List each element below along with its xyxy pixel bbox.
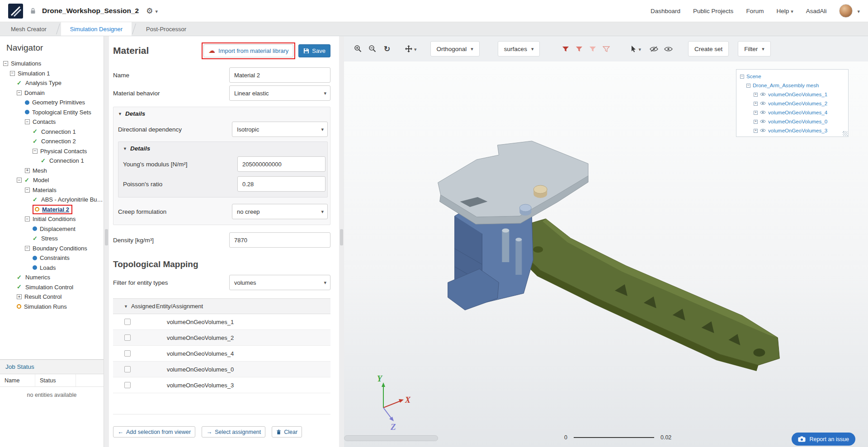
resize-grip[interactable] xyxy=(843,131,848,136)
nav-item-contacts[interactable]: Contacts xyxy=(0,117,104,127)
assign-checkbox[interactable] xyxy=(124,382,131,388)
scene-tree-root[interactable]: Scene xyxy=(740,72,848,81)
tab-simulation-designer[interactable]: Simulation Designer xyxy=(61,22,132,36)
nav-item-topological-entity-sets[interactable]: Topological Entity Sets xyxy=(0,108,104,118)
scene-tree-volume[interactable]: volumeOnGeoVolumes_1 xyxy=(740,90,848,99)
nav-item-material-2[interactable]: Material 2 xyxy=(0,205,104,215)
collapse-icon[interactable] xyxy=(25,246,30,251)
expand-icon[interactable] xyxy=(754,129,758,133)
geometry-filter-icon-2[interactable] xyxy=(573,43,585,55)
directional-dependency-select[interactable]: Isotropic xyxy=(232,122,328,137)
poisson-ratio-field[interactable] xyxy=(237,176,326,192)
nav-item-connection-2[interactable]: Connection 2 xyxy=(0,136,104,146)
user-avatar[interactable] xyxy=(839,4,853,18)
nav-item-initial-conditions[interactable]: Initial Conditions xyxy=(0,214,104,224)
save-button[interactable]: Save xyxy=(298,44,330,57)
assign-checkbox[interactable] xyxy=(124,319,131,325)
name-field[interactable] xyxy=(229,67,330,83)
table-row[interactable]: volumeOnGeoVolumes_4 xyxy=(113,346,330,362)
density-field[interactable] xyxy=(229,232,330,248)
assign-checkbox[interactable] xyxy=(124,334,131,341)
collapse-icon[interactable] xyxy=(25,216,30,221)
show-icon[interactable] xyxy=(663,43,675,55)
material-behavior-select[interactable]: Linear elastic xyxy=(229,85,330,101)
nav-item-analysis-type[interactable]: Analysis Type xyxy=(0,78,104,88)
eye-icon[interactable] xyxy=(760,110,766,115)
nav-dashboard-link[interactable]: Dashboard xyxy=(651,8,680,14)
expand-icon[interactable] xyxy=(25,168,30,173)
nav-item-numerics[interactable]: Numerics xyxy=(0,273,104,282)
nav-item-model[interactable]: Model xyxy=(0,175,104,185)
scene-tree-volume[interactable]: volumeOnGeoVolumes_2 xyxy=(740,99,848,108)
tab-mesh-creator[interactable]: Mesh Creator xyxy=(2,22,56,36)
green-arm-part[interactable] xyxy=(516,219,779,371)
viewer-3d[interactable]: Orthogonal surfaces Create set Filter Sc… xyxy=(344,36,868,447)
chevron-down-icon[interactable] xyxy=(857,8,860,14)
nav-public-projects-link[interactable]: Public Projects xyxy=(693,8,733,14)
nav-item-boundary-conditions[interactable]: Boundary Conditions xyxy=(0,244,104,254)
nav-item-abs-material[interactable]: ABS - Acrylonitrile Buta... xyxy=(0,195,104,205)
project-settings-button[interactable] xyxy=(146,6,158,16)
scene-tree-volume[interactable]: volumeOnGeoVolumes_3 xyxy=(740,126,848,135)
clear-button[interactable]: Clear xyxy=(272,426,302,438)
nav-item-displacement[interactable]: Displacement xyxy=(0,224,104,234)
app-logo-icon[interactable] xyxy=(8,4,23,19)
scene-tree-volume[interactable]: volumeOnGeoVolumes_4 xyxy=(740,108,848,117)
assigned-column-header[interactable]: Assigned xyxy=(113,303,156,310)
collapse-icon[interactable] xyxy=(17,178,22,183)
nav-item-constraints[interactable]: Constraints xyxy=(0,253,104,263)
table-row[interactable]: volumeOnGeoVolumes_0 xyxy=(113,362,330,377)
gray-plate-part[interactable] xyxy=(438,141,588,224)
nav-item-mesh[interactable]: Mesh xyxy=(0,166,104,176)
nav-item-physical-contacts[interactable]: Physical Contacts xyxy=(0,146,104,156)
pan-tool-button[interactable] xyxy=(405,45,417,53)
report-issue-button[interactable]: Report an issue xyxy=(792,433,855,446)
collapse-icon[interactable] xyxy=(10,71,15,76)
geometry-filter-icon-1[interactable] xyxy=(560,43,571,55)
collapse-icon[interactable] xyxy=(17,90,22,95)
nav-item-connection-1[interactable]: Connection 1 xyxy=(0,127,104,137)
collapse-icon[interactable] xyxy=(3,61,8,66)
table-row[interactable]: volumeOnGeoVolumes_2 xyxy=(113,330,330,346)
entity-filter-select[interactable]: volumes xyxy=(229,275,330,290)
eye-icon[interactable] xyxy=(760,128,766,133)
create-set-button[interactable]: Create set xyxy=(688,41,729,56)
youngs-modulus-field[interactable] xyxy=(237,156,326,172)
select-assignment-button[interactable]: Select assignment xyxy=(202,426,265,438)
nav-forum-link[interactable]: Forum xyxy=(746,8,764,14)
zoom-out-icon[interactable] xyxy=(367,43,378,55)
zoom-in-icon[interactable] xyxy=(352,43,364,55)
assign-checkbox[interactable] xyxy=(124,366,131,372)
tab-post-processor[interactable]: Post-Processor xyxy=(137,22,195,36)
hide-icon[interactable] xyxy=(648,43,660,55)
drag-grip[interactable] xyxy=(105,229,108,245)
assign-checkbox[interactable] xyxy=(124,350,131,357)
collapse-icon[interactable] xyxy=(746,84,750,88)
refresh-view-icon[interactable] xyxy=(381,43,393,55)
scene-tree-mesh[interactable]: Drone_Arm_Assembly mesh xyxy=(740,81,848,90)
nav-item-stress[interactable]: Stress xyxy=(0,234,104,244)
nav-item-simulations[interactable]: Simulations xyxy=(0,59,104,69)
nav-item-physical-connection-1[interactable]: Connection 1 xyxy=(0,156,104,166)
table-row[interactable]: volumeOnGeoVolumes_1 xyxy=(113,314,330,330)
nav-item-loads[interactable]: Loads xyxy=(0,263,104,273)
render-mode-button[interactable]: surfaces xyxy=(498,41,540,56)
geometry-filter-icon-3[interactable] xyxy=(587,43,599,55)
nav-item-simulation-control[interactable]: Simulation Control xyxy=(0,282,104,292)
nav-item-geometry-primitives[interactable]: Geometry Primitives xyxy=(0,98,104,108)
expand-icon[interactable] xyxy=(754,120,758,124)
filter-button[interactable]: Filter xyxy=(738,41,771,56)
collapse-icon[interactable] xyxy=(33,149,38,154)
nav-item-domain[interactable]: Domain xyxy=(0,88,104,98)
collapse-icon[interactable] xyxy=(25,188,30,193)
details-collapse-header[interactable]: Details xyxy=(123,145,326,152)
projection-mode-button[interactable]: Orthogonal xyxy=(430,41,480,56)
eye-icon[interactable] xyxy=(760,92,766,97)
add-selection-from-viewer-button[interactable]: Add selection from viewer xyxy=(113,426,195,438)
scene-tree-volume[interactable]: volumeOnGeoVolumes_0 xyxy=(740,117,848,126)
expand-icon[interactable] xyxy=(754,102,758,106)
nav-item-simulation-runs[interactable]: Simulation Runs xyxy=(0,302,104,312)
expand-icon[interactable] xyxy=(754,93,758,97)
details-collapse-header[interactable]: Details xyxy=(118,110,328,117)
username-label[interactable]: AsadAli xyxy=(806,8,827,14)
